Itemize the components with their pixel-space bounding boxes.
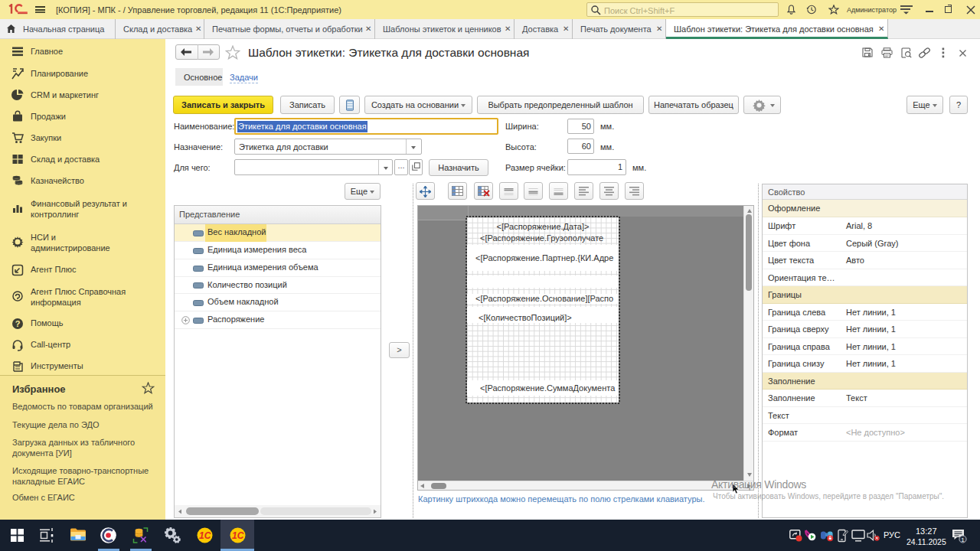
svg-text:1С: 1С <box>232 530 244 541</box>
svg-text:?: ? <box>15 319 21 328</box>
svg-text:1: 1 <box>961 536 965 543</box>
svg-text:1С: 1С <box>199 530 211 541</box>
